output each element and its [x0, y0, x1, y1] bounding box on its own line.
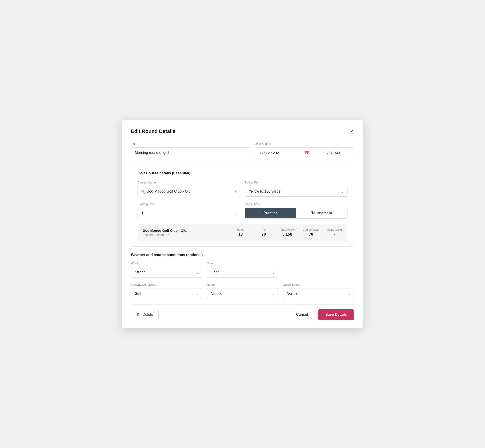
fairway-col: Fairway Conditions Soft Normal Hard ⌄ — [131, 283, 202, 299]
yards-label: Yards(Yellow) — [279, 228, 296, 231]
trash-icon: 🗑 — [137, 312, 140, 317]
fairway-wrapper: Soft Normal Hard ⌄ — [131, 288, 202, 299]
delete-label: Delete — [143, 312, 153, 317]
slope-rating-label: Slope rating — [326, 228, 342, 231]
course-rating-label: Course rating — [303, 228, 319, 231]
green-speed-label: Green Speed — [283, 283, 354, 286]
course-location: Shelford Bottom, UK — [143, 233, 225, 237]
delete-button[interactable]: 🗑 Delete — [131, 309, 159, 320]
yards-value: 6,156 — [279, 232, 296, 237]
save-button[interactable]: Save Details — [318, 309, 354, 320]
par-label: Par — [256, 228, 272, 231]
close-button[interactable]: × — [349, 128, 354, 135]
select-tee-label: Select Tee — [245, 181, 348, 184]
select-tee-dropdown[interactable]: Yellow (6,156 yards) Red (5,200 yards) W… — [245, 186, 348, 197]
course-name-col: Course Name 🔍 ✕ — [137, 181, 240, 197]
starting-hole-label: Starting Hole — [137, 202, 240, 206]
select-tee-col: Select Tee Yellow (6,156 yards) Red (5,2… — [245, 181, 348, 197]
starting-hole-wrapper: 1 2 10 ⌄ — [137, 208, 240, 218]
weather-section-title: Weather and course conditions (optional) — [131, 253, 354, 257]
course-info-bar: Gog Magog Golf Club - Old, Shelford Bott… — [137, 224, 348, 241]
course-name-display: Gog Magog Golf Club - Old, — [143, 229, 225, 232]
course-rating-stat: Course rating 70 — [303, 228, 319, 237]
hole-gametype-row: Starting Hole 1 2 10 ⌄ Game Type Practic… — [137, 202, 348, 218]
date-value: 05 / 12 / 2021 — [259, 151, 281, 155]
course-name-input[interactable] — [137, 186, 240, 197]
slope-rating-stat: Slope rating - — [326, 228, 342, 237]
date-time-row: 05 / 12 / 2021 📅 7:31 AM — [255, 147, 354, 159]
green-speed-col: Green Speed Slow Normal Fast ⌄ — [283, 283, 354, 299]
search-icon: 🔍 — [141, 189, 145, 194]
game-type-toggle: Practice Tournament — [245, 208, 348, 218]
wind-dropdown[interactable]: Calm Light Moderate Strong — [131, 267, 202, 278]
modal-title: Edit Round Details — [131, 128, 176, 134]
edit-round-modal: Edit Round Details × Title Date & Time 0… — [122, 120, 363, 328]
course-info-name: Gog Magog Golf Club - Old, Shelford Bott… — [143, 229, 225, 237]
rough-dropdown[interactable]: Short Normal Long — [207, 288, 278, 299]
title-label: Title — [131, 142, 250, 145]
course-name-label: Course Name — [137, 181, 240, 184]
holes-value: 18 — [233, 232, 248, 237]
tournament-button[interactable]: Tournament — [296, 208, 348, 218]
game-type-col: Game Type Practice Tournament — [245, 202, 348, 218]
practice-button[interactable]: Practice — [245, 208, 296, 218]
starting-hole-col: Starting Hole 1 2 10 ⌄ — [137, 202, 240, 218]
wind-label: Wind — [131, 262, 202, 265]
footer-right: Cancel Save Details — [291, 309, 354, 320]
wind-rain-row: Wind Calm Light Moderate Strong ⌄ Rain N… — [131, 262, 354, 278]
par-stat: Par 70 — [256, 228, 272, 237]
calendar-icon: 📅 — [304, 151, 309, 156]
weather-section: Weather and course conditions (optional)… — [131, 253, 354, 299]
date-field[interactable]: 05 / 12 / 2021 📅 — [255, 147, 313, 159]
datetime-label: Date & Time — [255, 142, 354, 145]
golf-section-title: Golf Course details (Essential) — [137, 171, 348, 175]
rough-label: Rough — [207, 283, 278, 286]
cancel-button[interactable]: Cancel — [291, 309, 312, 320]
rain-label: Rain — [207, 262, 278, 265]
yards-stat: Yards(Yellow) 6,156 — [279, 228, 296, 237]
rough-wrapper: Short Normal Long ⌄ — [207, 288, 278, 299]
rough-col: Rough Short Normal Long ⌄ — [207, 283, 278, 299]
golf-course-section: Golf Course details (Essential) Course N… — [131, 165, 354, 247]
clear-course-icon[interactable]: ✕ — [234, 189, 237, 194]
rain-col: Rain None Light Moderate Heavy ⌄ — [207, 262, 278, 278]
select-tee-wrapper: Yellow (6,156 yards) Red (5,200 yards) W… — [245, 186, 348, 197]
course-rating-value: 70 — [303, 232, 319, 237]
starting-hole-dropdown[interactable]: 1 2 10 — [137, 208, 240, 218]
holes-stat: Holes 18 — [233, 228, 248, 237]
green-speed-dropdown[interactable]: Slow Normal Fast — [283, 288, 354, 299]
par-value: 70 — [256, 232, 272, 237]
rain-wrapper: None Light Moderate Heavy ⌄ — [207, 267, 278, 278]
modal-header: Edit Round Details × — [131, 128, 354, 135]
time-field[interactable]: 7:31 AM — [313, 147, 354, 159]
course-search-wrapper: 🔍 ✕ — [137, 186, 240, 197]
fairway-label: Fairway Conditions — [131, 283, 202, 286]
title-input[interactable] — [131, 147, 250, 158]
game-type-label: Game Type — [245, 202, 348, 206]
time-value: 7:31 AM — [327, 151, 340, 155]
holes-label: Holes — [233, 228, 248, 231]
fairway-rough-green-row: Fairway Conditions Soft Normal Hard ⌄ Ro… — [131, 283, 354, 299]
fairway-dropdown[interactable]: Soft Normal Hard — [131, 288, 202, 299]
rain-dropdown[interactable]: None Light Moderate Heavy — [207, 267, 278, 278]
slope-rating-value: - — [326, 232, 342, 237]
title-datetime-row: Title Date & Time 05 / 12 / 2021 📅 7:31 … — [131, 142, 354, 159]
title-col: Title — [131, 142, 250, 159]
green-speed-wrapper: Slow Normal Fast ⌄ — [283, 288, 354, 299]
datetime-col: Date & Time 05 / 12 / 2021 📅 7:31 AM — [255, 142, 354, 159]
modal-footer: 🗑 Delete Cancel Save Details — [131, 304, 354, 320]
wind-wrapper: Calm Light Moderate Strong ⌄ — [131, 267, 202, 278]
wind-col: Wind Calm Light Moderate Strong ⌄ — [131, 262, 202, 278]
course-tee-row: Course Name 🔍 ✕ Select Tee Yellow (6,156… — [137, 181, 348, 197]
